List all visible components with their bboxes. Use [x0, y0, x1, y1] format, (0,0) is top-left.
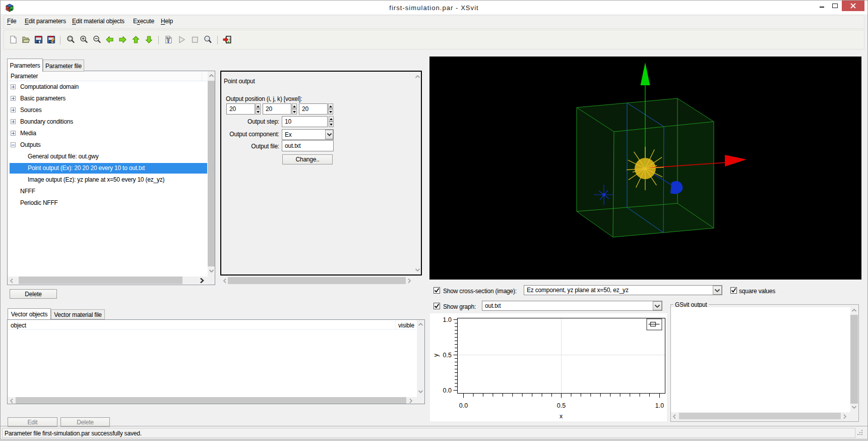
svg-text:0.5: 0.5 [443, 352, 452, 359]
svg-text:1.0: 1.0 [655, 402, 664, 409]
svg-text:y: y [432, 353, 440, 357]
svg-text:T: T [7, 8, 9, 11]
svg-text:0.0: 0.0 [443, 387, 452, 394]
svg-text:x: x [560, 413, 563, 420]
svg-text:0.5: 0.5 [557, 402, 566, 409]
svg-text:0.0: 0.0 [459, 402, 468, 409]
svg-text:1.0: 1.0 [443, 316, 452, 323]
svg-text:K: K [11, 8, 13, 11]
